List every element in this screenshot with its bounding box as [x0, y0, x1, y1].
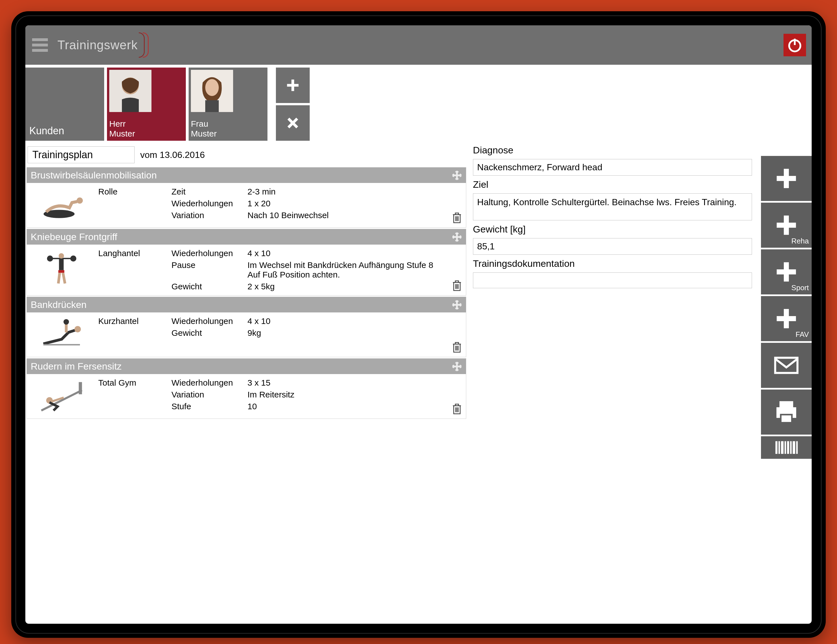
customer-actions	[276, 67, 310, 141]
exercise-body: Total GymWiederholungen3 x 15VariationIm…	[27, 374, 466, 419]
plan-date: vom 13.06.2016	[140, 150, 205, 160]
param-value: Nach 10 Beinwechsel	[248, 211, 442, 220]
customer-photo	[109, 70, 151, 112]
menu-icon[interactable]	[31, 36, 49, 54]
topbar: Trainingswerk	[25, 25, 812, 65]
plan-title-input[interactable]	[28, 146, 135, 163]
doku-label: Trainingsdokumentation	[473, 258, 752, 269]
svg-rect-77	[793, 441, 795, 454]
exercise-block: Kniebeuge FrontgriffLanghantelWiederholu…	[26, 229, 466, 295]
param-label: Gewicht	[171, 328, 242, 338]
svg-rect-68	[780, 401, 793, 408]
exercise-body: LanghantelWiederholungen4 x 10PauseIm We…	[27, 244, 466, 295]
exercise-header[interactable]: Brustwirbelsäulenmobilisation	[27, 167, 466, 183]
exercise-equipment: Rolle	[98, 187, 166, 223]
sidebar-print-button[interactable]	[761, 390, 812, 434]
exercise-block: BrustwirbelsäulenmobilisationRolleZeit2-…	[26, 167, 466, 228]
exercise-header[interactable]: Rudern im Fersensitz	[27, 359, 466, 374]
power-button[interactable]	[783, 34, 806, 56]
add-customer-button[interactable]	[276, 67, 310, 103]
exercise-thumbnail	[31, 378, 93, 415]
exercise-params: Wiederholungen4 x 10PauseIm Wechsel mit …	[171, 249, 442, 291]
param-label: Variation	[171, 390, 242, 400]
customer-card-herr-muster[interactable]: Herr Muster	[107, 67, 186, 141]
move-icon[interactable]	[452, 170, 462, 180]
exercise-name: Brustwirbelsäulenmobilisation	[31, 170, 157, 181]
sidebar: Reha Sport FAV	[761, 145, 812, 624]
barcode-icon	[774, 436, 799, 459]
exercise-params: Wiederholungen3 x 15VariationIm Reitersi…	[171, 378, 442, 415]
param-value: Im Reitersitz	[248, 390, 442, 400]
plan-header: vom 13.06.2016	[26, 145, 466, 167]
ziel-label: Ziel	[473, 179, 752, 190]
param-value: 2 x 5kg	[248, 282, 442, 291]
plus-icon	[774, 259, 799, 285]
svg-rect-50	[79, 382, 82, 394]
exercise-header[interactable]: Kniebeuge Frontgriff	[27, 229, 466, 244]
diagnose-input[interactable]: Nackenschmerz, Forward head	[473, 159, 752, 175]
exercise-body: RolleZeit2-3 minWiederholungen1 x 20Vari…	[27, 183, 466, 228]
exercise-thumbnail	[31, 316, 93, 353]
param-value: Im Wechsel mit Bankdrücken Aufhängung St…	[248, 261, 442, 280]
plus-icon	[774, 166, 799, 191]
sidebar-mail-button[interactable]	[761, 343, 812, 388]
brand-logo: Trainingswerk	[57, 32, 148, 58]
param-label: Wiederholungen	[171, 316, 242, 326]
svg-rect-76	[790, 441, 791, 454]
plus-icon	[774, 213, 799, 238]
doku-input[interactable]	[473, 272, 752, 288]
param-label: Gewicht	[171, 282, 242, 291]
mail-icon	[774, 353, 799, 378]
svg-rect-71	[776, 441, 777, 454]
sidebar-add-sport-button[interactable]: Sport	[761, 249, 812, 294]
customers-label: Kunden	[25, 67, 104, 141]
move-icon[interactable]	[452, 232, 462, 242]
diagnose-label: Diagnose	[473, 145, 752, 156]
param-label: Wiederholungen	[171, 249, 242, 258]
param-label: Wiederholungen	[171, 199, 242, 208]
close-icon	[284, 115, 301, 131]
main-content: vom 13.06.2016 Brustwirbelsäulenmobilisa…	[25, 144, 812, 624]
exercise-params: Wiederholungen4 x 10Gewicht9kg	[171, 316, 442, 353]
svg-point-15	[77, 198, 83, 204]
svg-rect-8	[205, 100, 219, 112]
info-column: Diagnose Nackenschmerz, Forward head Zie…	[473, 145, 754, 624]
svg-rect-26	[59, 258, 64, 270]
svg-rect-44	[455, 342, 458, 344]
svg-rect-67	[775, 358, 797, 373]
trash-icon[interactable]	[452, 403, 462, 415]
customer-card-frau-muster[interactable]: Frau Muster	[189, 67, 268, 141]
exercise-thumbnail	[31, 249, 93, 285]
svg-point-7	[205, 79, 219, 96]
svg-rect-73	[781, 441, 783, 454]
exercise-equipment: Langhantel	[98, 249, 166, 291]
svg-rect-74	[785, 441, 786, 454]
customer-photo	[191, 70, 233, 112]
exercise-header[interactable]: Bankdrücken	[27, 297, 466, 313]
gewicht-input[interactable]: 85,1	[473, 238, 752, 255]
sidebar-add-fav-button[interactable]: FAV	[761, 296, 812, 341]
trash-icon[interactable]	[452, 212, 462, 223]
param-value: 1 x 20	[248, 199, 442, 208]
sidebar-add-button[interactable]	[761, 156, 812, 201]
trash-icon[interactable]	[452, 342, 462, 353]
svg-point-40	[64, 319, 69, 325]
tablet-frame: Trainingswerk Kunden Herr Muster	[11, 11, 826, 638]
param-label: Wiederholungen	[171, 378, 242, 388]
sidebar-sublabel: Reha	[791, 237, 809, 246]
print-icon	[774, 400, 799, 425]
param-label: Zeit	[171, 187, 242, 197]
move-icon[interactable]	[452, 361, 462, 372]
sidebar-add-reha-button[interactable]: Reha	[761, 203, 812, 248]
param-label: Stufe	[171, 401, 242, 411]
svg-rect-72	[779, 441, 780, 454]
svg-rect-33	[455, 281, 458, 283]
ziel-input[interactable]: Haltung, Kontrolle Schultergürtel. Beina…	[473, 193, 752, 220]
svg-rect-18	[455, 213, 458, 215]
trash-icon[interactable]	[452, 280, 462, 291]
remove-customer-button[interactable]	[276, 105, 310, 141]
svg-rect-75	[788, 441, 789, 454]
param-value: 4 x 10	[248, 249, 442, 258]
sidebar-barcode-button[interactable]	[761, 436, 812, 459]
move-icon[interactable]	[452, 300, 462, 310]
